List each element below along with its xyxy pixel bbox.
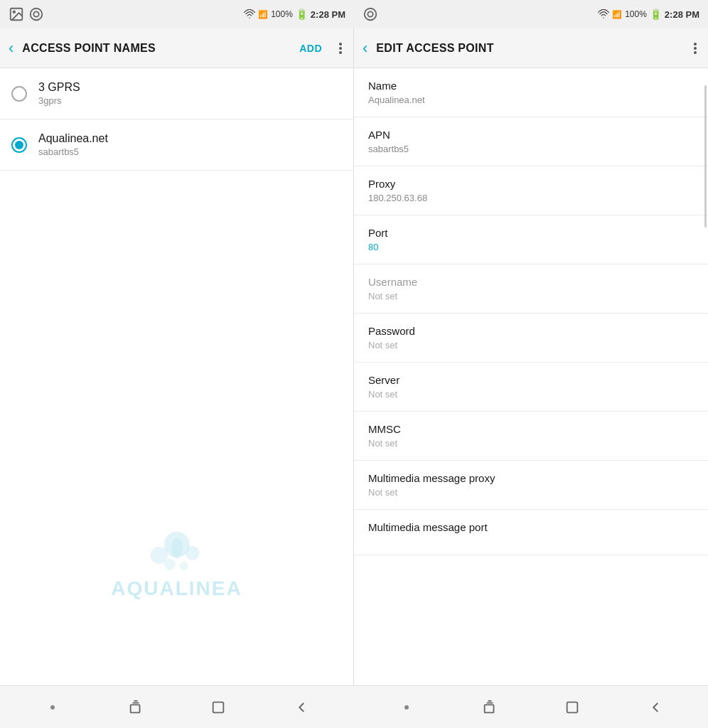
left-panel: ‹ ACCESS POINT NAMES ADD 3 GPRS 3gprs: [0, 28, 354, 685]
dot2: [339, 47, 342, 50]
right-nav-back[interactable]: [641, 693, 670, 722]
svg-rect-12: [130, 705, 139, 712]
field-proxy[interactable]: Proxy 180.250.63.68: [354, 166, 708, 215]
field-username[interactable]: Username Not set: [354, 264, 708, 314]
rdot2: [694, 47, 697, 50]
field-name[interactable]: Name Aqualinea.net: [354, 68, 708, 117]
apn-item-3gprs[interactable]: 3 GPRS 3gprs: [0, 68, 353, 119]
field-mmsc[interactable]: MMSC Not set: [354, 412, 708, 461]
left-nav-home[interactable]: [204, 693, 232, 722]
battery-icon-right: 🔋: [650, 9, 662, 20]
left-status-right: 📶 100% 🔋 2:28 PM: [244, 9, 345, 20]
right-nav-home[interactable]: [558, 693, 586, 722]
back-icon-right: [648, 700, 663, 715]
field-apn[interactable]: APN sabartbs5: [354, 117, 708, 166]
signal-bars-right: 📶: [612, 10, 622, 19]
svg-point-2: [31, 9, 43, 21]
back-icon-left: [294, 700, 309, 715]
field-apn-label: APN: [368, 129, 694, 141]
battery-icon-left: 🔋: [296, 9, 308, 20]
field-mms-proxy[interactable]: Multimedia message proxy Not set: [354, 461, 708, 510]
field-server-value: Not set: [368, 389, 694, 400]
left-status-icons: [9, 6, 44, 22]
right-nav-dot[interactable]: [392, 693, 421, 722]
field-username-value: Not set: [368, 291, 694, 301]
home-icon-left: [210, 700, 226, 715]
nav-dot-right: [404, 705, 409, 710]
apn-list: 3 GPRS 3gprs Aqualinea.net sabartbs5: [0, 68, 353, 685]
right-back-button[interactable]: ‹: [357, 35, 373, 62]
status-bars: 📶 100% 🔋 2:28 PM 📶 100% 🔋 2:28 PM: [0, 0, 708, 28]
radio-aqualinea: [11, 137, 27, 153]
radio-inner-aqualinea: [15, 141, 23, 149]
field-port[interactable]: Port 80: [354, 215, 708, 264]
nav-dot-left: [50, 705, 55, 710]
field-username-label: Username: [368, 276, 694, 288]
bottom-navigation: [0, 685, 708, 728]
left-more-button[interactable]: [333, 37, 348, 60]
right-status-bar: 📶 100% 🔋 2:28 PM: [354, 0, 708, 28]
field-password-label: Password: [368, 325, 694, 337]
dot1: [339, 43, 342, 46]
svg-rect-14: [484, 705, 493, 712]
left-panel-title: ACCESS POINT NAMES: [22, 42, 291, 55]
right-nav: [354, 686, 708, 728]
svg-point-1: [13, 11, 15, 13]
apn-item-aqualinea[interactable]: Aqualinea.net sabartbs5: [0, 119, 353, 171]
field-mmsc-label: MMSC: [368, 423, 694, 435]
right-more-button[interactable]: [688, 37, 702, 60]
left-back-button[interactable]: ‹: [3, 35, 19, 62]
radio-3gprs: [11, 86, 27, 102]
right-panel: ‹ EDIT ACCESS POINT Name Aqualinea.net A…: [354, 28, 708, 685]
apn-value-aqualinea: sabartbs5: [38, 146, 108, 157]
field-name-label: Name: [368, 80, 694, 92]
field-password-value: Not set: [368, 340, 694, 350]
field-apn-value: sabartbs5: [368, 144, 694, 154]
field-name-value: Aqualinea.net: [368, 95, 694, 105]
field-mms-port-label: Multimedia message port: [368, 521, 694, 533]
field-proxy-label: Proxy: [368, 178, 694, 190]
left-app-bar: ‹ ACCESS POINT NAMES ADD: [0, 28, 353, 68]
signal-bars-left: 📶: [258, 10, 268, 19]
left-nav: [0, 686, 354, 728]
left-nav-recent[interactable]: [122, 693, 150, 722]
scroll-indicator: [704, 85, 707, 228]
apn-name-aqualinea: Aqualinea.net: [38, 132, 108, 145]
edit-apn-fields: Name Aqualinea.net APN sabartbs5 Proxy 1…: [354, 68, 708, 685]
add-apn-button[interactable]: ADD: [291, 37, 331, 60]
main-area: ‹ ACCESS POINT NAMES ADD 3 GPRS 3gprs: [0, 28, 708, 685]
svg-point-5: [368, 11, 372, 16]
svg-point-4: [365, 9, 377, 21]
left-nav-dot[interactable]: [38, 693, 67, 722]
field-port-label: Port: [368, 227, 694, 239]
left-status-bar: 📶 100% 🔋 2:28 PM: [0, 0, 354, 28]
right-status-right: 📶 100% 🔋 2:28 PM: [598, 9, 699, 20]
left-nav-back[interactable]: [287, 693, 316, 722]
right-panel-title: EDIT ACCESS POINT: [376, 42, 688, 55]
home-icon-right: [564, 700, 580, 715]
field-mms-proxy-label: Multimedia message proxy: [368, 472, 694, 484]
camera-icon-right: [363, 6, 378, 22]
recent-icon-left: [128, 700, 144, 715]
field-password[interactable]: Password Not set: [354, 314, 708, 363]
field-mms-port[interactable]: Multimedia message port: [354, 510, 708, 555]
apn-value-3gprs: 3gprs: [38, 95, 80, 106]
field-server-label: Server: [368, 374, 694, 386]
left-app-bar-actions: ADD: [291, 37, 348, 60]
rdot3: [694, 51, 697, 54]
right-app-bar: ‹ EDIT ACCESS POINT: [354, 28, 708, 68]
battery-percent-right: 100%: [625, 9, 647, 19]
svg-rect-13: [213, 702, 224, 712]
rdot1: [694, 43, 697, 46]
field-mms-proxy-value: Not set: [368, 487, 694, 498]
field-mmsc-value: Not set: [368, 438, 694, 449]
camera-icon-left: [28, 6, 44, 22]
field-port-value: 80: [368, 242, 694, 252]
field-server[interactable]: Server Not set: [354, 363, 708, 412]
svg-rect-15: [567, 702, 578, 712]
svg-point-3: [33, 11, 38, 16]
time-left: 2:28 PM: [311, 9, 345, 20]
dot3: [339, 51, 342, 54]
right-nav-recent[interactable]: [476, 693, 504, 722]
image-icon: [9, 6, 24, 22]
